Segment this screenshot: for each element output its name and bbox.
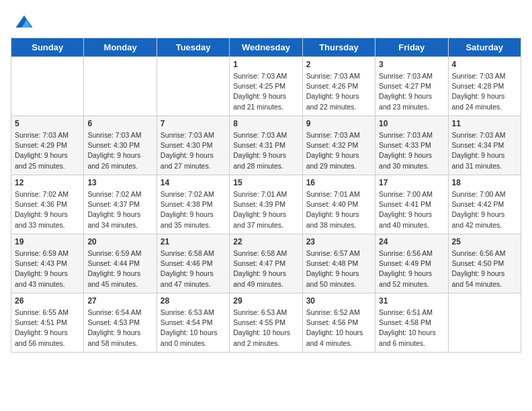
day-number: 4 xyxy=(452,60,517,69)
calendar-cell: 31Sunrise: 6:51 AMSunset: 4:58 PMDayligh… xyxy=(375,293,448,353)
day-info: Sunrise: 7:02 AMSunset: 4:36 PMDaylight:… xyxy=(15,189,80,230)
calendar-cell: 4Sunrise: 7:03 AMSunset: 4:28 PMDaylight… xyxy=(448,57,521,116)
days-of-week-row: SundayMondayTuesdayWednesdayThursdayFrid… xyxy=(11,38,521,57)
calendar-cell: 1Sunrise: 7:03 AMSunset: 4:25 PMDaylight… xyxy=(230,57,302,116)
day-number: 9 xyxy=(306,119,371,128)
day-info: Sunrise: 7:00 AMSunset: 4:41 PMDaylight:… xyxy=(379,189,444,230)
day-number: 10 xyxy=(379,119,444,128)
day-of-week-header: Friday xyxy=(375,38,448,57)
calendar-cell: 22Sunrise: 6:58 AMSunset: 4:47 PMDayligh… xyxy=(230,234,302,293)
week-row: 19Sunrise: 6:59 AMSunset: 4:43 PMDayligh… xyxy=(11,234,521,293)
day-number: 17 xyxy=(379,178,444,187)
calendar-cell: 7Sunrise: 7:03 AMSunset: 4:30 PMDaylight… xyxy=(157,116,229,175)
day-info: Sunrise: 7:03 AMSunset: 4:28 PMDaylight:… xyxy=(452,71,517,112)
day-number: 11 xyxy=(452,119,517,128)
day-info: Sunrise: 7:03 AMSunset: 4:29 PMDaylight:… xyxy=(15,130,80,171)
day-info: Sunrise: 7:01 AMSunset: 4:40 PMDaylight:… xyxy=(306,189,371,230)
calendar-cell: 25Sunrise: 6:56 AMSunset: 4:50 PMDayligh… xyxy=(448,234,521,293)
calendar-cell: 24Sunrise: 6:56 AMSunset: 4:49 PMDayligh… xyxy=(375,234,448,293)
day-number: 29 xyxy=(233,296,298,306)
day-number: 5 xyxy=(15,119,80,128)
day-info: Sunrise: 7:03 AMSunset: 4:30 PMDaylight:… xyxy=(161,130,226,171)
day-info: Sunrise: 7:03 AMSunset: 4:34 PMDaylight:… xyxy=(452,130,517,171)
day-info: Sunrise: 7:03 AMSunset: 4:27 PMDaylight:… xyxy=(379,71,444,112)
day-number: 25 xyxy=(452,237,517,246)
day-info: Sunrise: 6:58 AMSunset: 4:47 PMDaylight:… xyxy=(233,248,298,289)
day-number: 20 xyxy=(87,237,152,246)
calendar-cell: 15Sunrise: 7:01 AMSunset: 4:39 PMDayligh… xyxy=(230,175,302,234)
day-of-week-header: Tuesday xyxy=(157,38,229,57)
day-info: Sunrise: 6:51 AMSunset: 4:58 PMDaylight:… xyxy=(379,308,444,349)
calendar-cell: 17Sunrise: 7:00 AMSunset: 4:41 PMDayligh… xyxy=(375,175,448,234)
calendar-cell: 28Sunrise: 6:53 AMSunset: 4:54 PMDayligh… xyxy=(157,293,229,353)
day-number: 31 xyxy=(379,296,444,306)
day-number: 15 xyxy=(233,178,298,187)
day-of-week-header: Thursday xyxy=(302,38,375,57)
calendar-cell: 16Sunrise: 7:01 AMSunset: 4:40 PMDayligh… xyxy=(302,175,375,234)
calendar-cell: 13Sunrise: 7:02 AMSunset: 4:37 PMDayligh… xyxy=(84,175,157,234)
day-info: Sunrise: 6:59 AMSunset: 4:44 PMDaylight:… xyxy=(87,248,152,289)
calendar-cell: 20Sunrise: 6:59 AMSunset: 4:44 PMDayligh… xyxy=(84,234,157,293)
calendar-cell: 3Sunrise: 7:03 AMSunset: 4:27 PMDaylight… xyxy=(375,57,448,116)
calendar-cell: 30Sunrise: 6:52 AMSunset: 4:56 PMDayligh… xyxy=(302,293,375,353)
calendar-cell xyxy=(84,57,157,116)
day-number: 23 xyxy=(306,237,371,246)
logo xyxy=(11,11,35,32)
day-number: 22 xyxy=(233,237,298,246)
calendar-cell: 11Sunrise: 7:03 AMSunset: 4:34 PMDayligh… xyxy=(448,116,521,175)
day-number: 8 xyxy=(233,119,298,128)
day-info: Sunrise: 7:03 AMSunset: 4:26 PMDaylight:… xyxy=(306,71,371,112)
week-row: 5Sunrise: 7:03 AMSunset: 4:29 PMDaylight… xyxy=(11,116,521,175)
day-number: 28 xyxy=(161,296,226,306)
calendar: SundayMondayTuesdayWednesdayThursdayFrid… xyxy=(11,38,521,353)
calendar-cell: 14Sunrise: 7:02 AMSunset: 4:38 PMDayligh… xyxy=(157,175,229,234)
day-of-week-header: Sunday xyxy=(11,38,84,57)
day-info: Sunrise: 6:56 AMSunset: 4:49 PMDaylight:… xyxy=(379,248,444,289)
day-info: Sunrise: 7:03 AMSunset: 4:32 PMDaylight:… xyxy=(306,130,371,171)
page: SundayMondayTuesdayWednesdayThursdayFrid… xyxy=(0,0,532,363)
day-of-week-header: Wednesday xyxy=(230,38,302,57)
calendar-cell: 6Sunrise: 7:03 AMSunset: 4:30 PMDaylight… xyxy=(84,116,157,175)
calendar-cell: 19Sunrise: 6:59 AMSunset: 4:43 PMDayligh… xyxy=(11,234,84,293)
day-number: 1 xyxy=(233,60,298,69)
calendar-cell: 12Sunrise: 7:02 AMSunset: 4:36 PMDayligh… xyxy=(11,175,84,234)
day-number: 13 xyxy=(87,178,152,187)
calendar-cell: 23Sunrise: 6:57 AMSunset: 4:48 PMDayligh… xyxy=(302,234,375,293)
day-info: Sunrise: 7:02 AMSunset: 4:37 PMDaylight:… xyxy=(87,189,152,230)
day-info: Sunrise: 6:53 AMSunset: 4:54 PMDaylight:… xyxy=(161,308,226,349)
day-info: Sunrise: 7:03 AMSunset: 4:33 PMDaylight:… xyxy=(379,130,444,171)
day-info: Sunrise: 6:58 AMSunset: 4:46 PMDaylight:… xyxy=(161,248,226,289)
calendar-cell xyxy=(448,293,521,353)
day-number: 16 xyxy=(306,178,371,187)
day-number: 18 xyxy=(452,178,517,187)
day-info: Sunrise: 6:53 AMSunset: 4:55 PMDaylight:… xyxy=(233,308,298,349)
day-number: 7 xyxy=(161,119,226,128)
day-info: Sunrise: 7:02 AMSunset: 4:38 PMDaylight:… xyxy=(161,189,226,230)
calendar-cell xyxy=(11,57,84,116)
calendar-cell: 8Sunrise: 7:03 AMSunset: 4:31 PMDaylight… xyxy=(230,116,302,175)
calendar-header: SundayMondayTuesdayWednesdayThursdayFrid… xyxy=(11,38,521,57)
calendar-body: 1Sunrise: 7:03 AMSunset: 4:25 PMDaylight… xyxy=(11,57,521,353)
day-number: 19 xyxy=(15,237,80,246)
day-info: Sunrise: 7:01 AMSunset: 4:39 PMDaylight:… xyxy=(233,189,298,230)
calendar-cell: 18Sunrise: 7:00 AMSunset: 4:42 PMDayligh… xyxy=(448,175,521,234)
day-number: 2 xyxy=(306,60,371,69)
calendar-cell: 2Sunrise: 7:03 AMSunset: 4:26 PMDaylight… xyxy=(302,57,375,116)
day-number: 30 xyxy=(306,296,371,306)
week-row: 26Sunrise: 6:55 AMSunset: 4:51 PMDayligh… xyxy=(11,293,521,353)
day-number: 21 xyxy=(161,237,226,246)
day-number: 3 xyxy=(379,60,444,69)
day-number: 26 xyxy=(15,296,80,306)
calendar-cell: 10Sunrise: 7:03 AMSunset: 4:33 PMDayligh… xyxy=(375,116,448,175)
header xyxy=(11,11,521,32)
calendar-cell: 21Sunrise: 6:58 AMSunset: 4:46 PMDayligh… xyxy=(157,234,229,293)
week-row: 12Sunrise: 7:02 AMSunset: 4:36 PMDayligh… xyxy=(11,175,521,234)
week-row: 1Sunrise: 7:03 AMSunset: 4:25 PMDaylight… xyxy=(11,57,521,116)
day-info: Sunrise: 6:56 AMSunset: 4:50 PMDaylight:… xyxy=(452,248,517,289)
day-info: Sunrise: 6:59 AMSunset: 4:43 PMDaylight:… xyxy=(15,248,80,289)
logo-icon xyxy=(13,11,35,32)
day-of-week-header: Monday xyxy=(84,38,157,57)
calendar-cell xyxy=(157,57,229,116)
calendar-cell: 9Sunrise: 7:03 AMSunset: 4:32 PMDaylight… xyxy=(302,116,375,175)
calendar-cell: 5Sunrise: 7:03 AMSunset: 4:29 PMDaylight… xyxy=(11,116,84,175)
